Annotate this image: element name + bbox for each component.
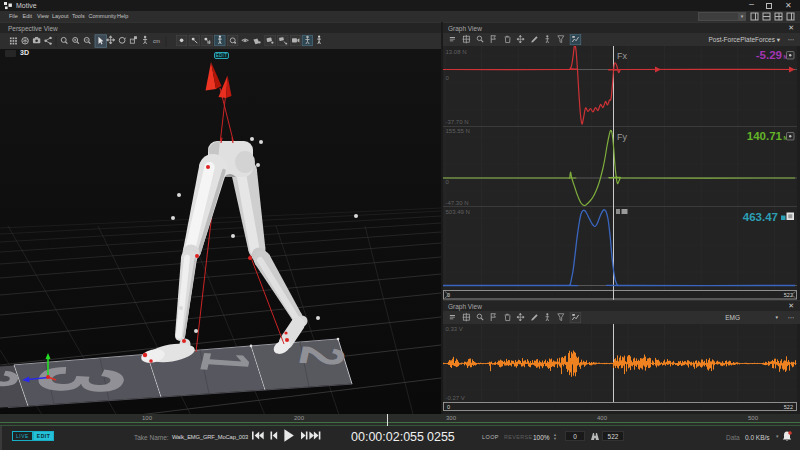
svg-text:-0.27 V: -0.27 V [446,395,465,401]
svg-text:13.08 N: 13.08 N [446,49,467,55]
svg-text:140.71: 140.71 [747,130,783,142]
svg-text:503.49 N: 503.49 N [446,209,470,215]
svg-text:522: 522 [784,404,793,410]
svg-text:0: 0 [447,404,450,410]
svg-text:-5.29: -5.29 [756,49,782,61]
svg-text:155.55 N: 155.55 N [446,128,470,134]
svg-text:Fx: Fx [617,51,627,61]
svg-text:-37.70 N: -37.70 N [446,119,469,125]
svg-text:Fy: Fy [617,132,627,142]
svg-text:cm: cm [153,38,161,44]
svg-text:0.33 V: 0.33 V [446,326,463,332]
svg-text:463.47: 463.47 [743,211,778,223]
svg-text:-47.30 N: -47.30 N [446,200,469,206]
